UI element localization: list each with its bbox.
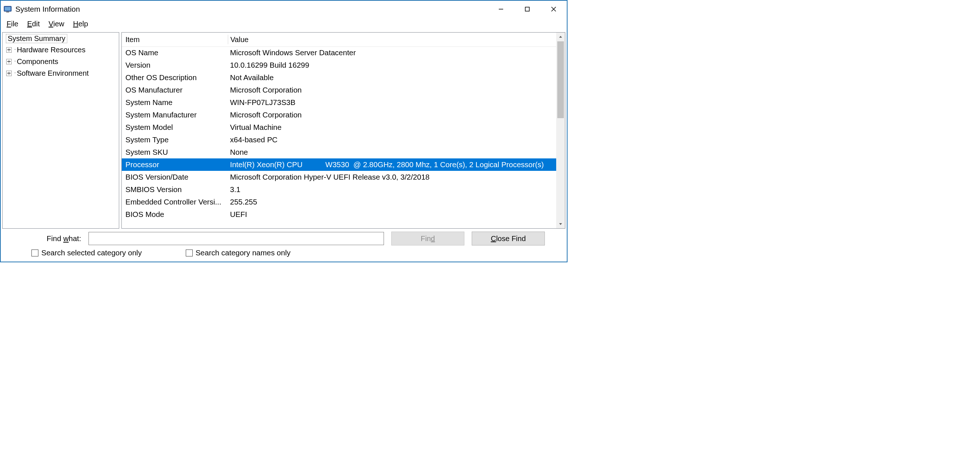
tree-item-components[interactable]: ·· Components [6,56,119,67]
close-button[interactable] [541,1,567,18]
list-row[interactable]: Version10.0.16299 Build 16299 [122,59,556,71]
scroll-track[interactable] [556,41,565,220]
cell-value: Virtual Machine [228,123,556,132]
expand-icon[interactable] [6,47,12,53]
titlebar: System Information [1,1,567,18]
scroll-down-button[interactable] [556,220,565,228]
find-row: Find what: Find Close Find [23,231,545,246]
tree-item-system-summary[interactable]: System Summary [4,34,119,44]
list-body: Item Value OS NameMicrosoft Windows Serv… [122,33,556,228]
list-row[interactable]: BIOS Version/DateMicrosoft Corporation H… [122,171,556,183]
tree-item-software-environment[interactable]: ·· Software Environment [6,67,119,79]
category-tree[interactable]: System Summary ·· Hardware Resources ·· … [2,32,119,229]
client-area: System Summary ·· Hardware Resources ·· … [1,32,567,229]
cell-value: WIN-FP07LJ73S3B [228,98,556,107]
app-icon [4,5,12,13]
list-row[interactable]: System NameWIN-FP07LJ73S3B [122,96,556,108]
close-find-button[interactable]: Close Find [472,231,545,246]
checkbox-search-category-names[interactable]: Search category names only [186,249,291,257]
list-row[interactable]: System ManufacturerMicrosoft Corporation [122,108,556,121]
minimize-button[interactable] [488,1,514,18]
find-bar: Find what: Find Close Find Search select… [1,229,567,262]
list-row[interactable]: SMBIOS Version3.1 [122,183,556,196]
menu-file[interactable]: File [2,19,23,29]
menubar: File Edit View Help [1,18,567,32]
menu-edit[interactable]: Edit [23,19,44,29]
tree-children: ·· Hardware Resources ·· Components ·· S… [4,44,119,79]
cell-value: UEFI [228,210,556,219]
cell-value: Microsoft Windows Server Datacenter [228,48,556,57]
cell-value: Microsoft Corporation [228,110,556,119]
column-header-value[interactable]: Value [228,35,556,44]
list-row[interactable]: System Typex64-based PC [122,134,556,146]
cell-value: 255.255 [228,198,556,206]
expand-icon[interactable] [6,70,12,76]
cell-value: None [228,148,556,156]
list-rows: OS NameMicrosoft Windows Server Datacent… [122,46,556,227]
cell-item: OS Name [122,48,228,57]
scroll-thumb[interactable] [557,41,564,118]
list-row[interactable]: System SKUNone [122,146,556,158]
scroll-up-button[interactable] [556,33,565,41]
list-row[interactable]: BIOS ModeUEFI [122,208,556,220]
svg-rect-1 [5,7,11,11]
column-header-item[interactable]: Item [122,35,228,44]
svg-rect-3 [525,7,530,11]
cell-item: BIOS Version/Date [122,173,228,182]
cell-item: Version [122,61,228,70]
find-button[interactable]: Find [391,231,465,246]
tree-item-hardware-resources[interactable]: ·· Hardware Resources [6,44,119,56]
window-controls [488,1,567,18]
menu-view[interactable]: View [44,19,69,29]
cell-item: System Name [122,98,228,107]
cell-value: Not Available [228,73,556,82]
find-label: Find what: [23,234,81,243]
cell-item: System Manufacturer [122,110,228,119]
cell-item: Processor [122,160,228,169]
maximize-button[interactable] [514,1,541,18]
list-row[interactable]: ProcessorIntel(R) Xeon(R) CPU W3530 @ 2.… [122,158,556,171]
menu-help[interactable]: Help [69,19,92,29]
window-title: System Information [15,5,488,14]
svg-rect-2 [6,12,9,13]
cell-item: System Model [122,123,228,132]
checkbox-icon [186,249,193,257]
cell-item: System Type [122,136,228,144]
cell-value: x64-based PC [228,136,556,144]
cell-item: Other OS Description [122,73,228,82]
list-row[interactable]: System ModelVirtual Machine [122,121,556,134]
tree-root[interactable]: System Summary ·· Hardware Resources ·· … [4,34,119,79]
vertical-scrollbar[interactable] [556,33,565,228]
find-options: Search selected category only Search cat… [23,246,545,261]
cell-item: OS Manufacturer [122,86,228,94]
list-header[interactable]: Item Value [122,33,556,47]
cell-value: Intel(R) Xeon(R) CPU W3530 @ 2.80GHz, 28… [228,160,556,169]
cell-item: Embedded Controller Versi... [122,198,228,206]
cell-item: SMBIOS Version [122,185,228,194]
list-row[interactable]: OS ManufacturerMicrosoft Corporation [122,84,556,96]
cell-item: BIOS Mode [122,210,228,219]
cell-value: Microsoft Corporation [228,86,556,94]
expand-icon[interactable] [6,59,12,64]
list-row[interactable]: OS NameMicrosoft Windows Server Datacent… [122,46,556,59]
cell-value: 3.1 [228,185,556,194]
cell-value: Microsoft Corporation Hyper-V UEFI Relea… [228,173,556,182]
checkbox-icon [32,249,38,257]
cell-item: System SKU [122,148,228,156]
checkbox-search-selected-category[interactable]: Search selected category only [32,249,142,257]
cell-value: 10.0.16299 Build 16299 [228,61,556,70]
list-row[interactable]: Other OS DescriptionNot Available [122,71,556,84]
find-input[interactable] [89,232,384,245]
list-row[interactable]: Embedded Controller Versi...255.255 [122,196,556,208]
system-information-window: System Information File Edit View Help S… [0,0,568,262]
details-list[interactable]: Item Value OS NameMicrosoft Windows Serv… [121,32,565,229]
